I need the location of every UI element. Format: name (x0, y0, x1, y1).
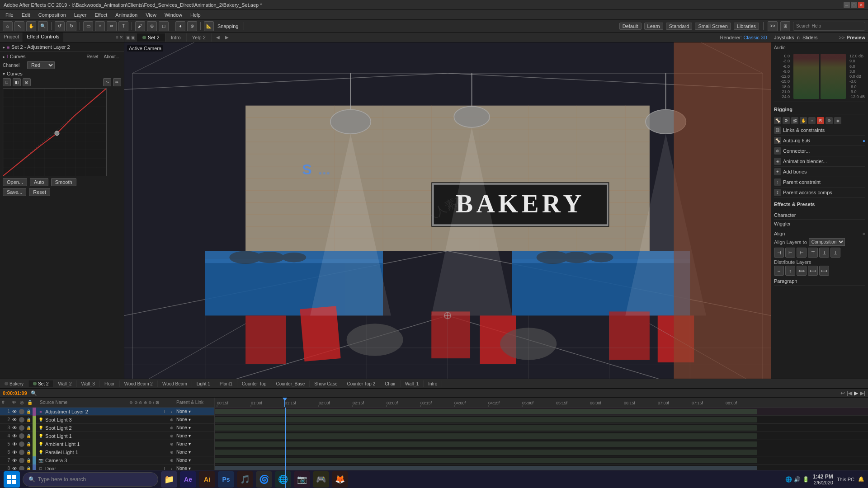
channel-select[interactable]: Red Green Blue Alpha RGB (27, 61, 55, 69)
toolbar-brush-btn[interactable]: 🖌 (135, 21, 145, 31)
tl-layer-2[interactable]: 2 👁 🔒 💡 Spot Light 3 ⊕ None ▾ (0, 416, 214, 424)
open-btn[interactable]: Open... (3, 178, 27, 186)
nav-fwd-btn[interactable]: ▶ (223, 34, 231, 41)
nav-back-btn[interactable]: ◀ (214, 34, 222, 41)
tl-parent-val-7[interactable]: None ▾ (176, 458, 191, 463)
tl-loop[interactable]: ↩ (840, 390, 845, 396)
tl-solo-7[interactable] (19, 458, 24, 463)
align-to-select[interactable]: Composition Selection (809, 238, 845, 246)
rig-icon-1[interactable]: 🦴 (774, 117, 781, 124)
tl-lock-1[interactable]: 🔒 (26, 409, 31, 414)
toolbar-puppet-btn[interactable]: ♦ (175, 21, 185, 31)
tl-parent-val-1[interactable]: None ▾ (176, 409, 191, 414)
tl-layer-7[interactable]: 7 👁 🔒 📷 Camera 3 ⊕ None ▾ (0, 456, 214, 465)
reset-btn[interactable]: Reset (29, 188, 50, 196)
taskbar-media[interactable]: 📷 (294, 471, 310, 488)
right-panel-preview-tab[interactable]: Preview (846, 35, 865, 40)
layer-expand[interactable]: ▸ (3, 45, 5, 50)
left-panel-menu[interactable]: ≡ (116, 35, 118, 40)
tl-solo-4[interactable] (19, 433, 24, 439)
rig-icon-5[interactable]: ↔ (808, 117, 816, 124)
taskbar-search-box[interactable]: 🔍 Type here to search (23, 472, 158, 487)
tl-sw-7a[interactable]: ⊕ (169, 457, 175, 464)
tl-solo-1[interactable] (19, 409, 24, 414)
btab-countertop2[interactable]: Counter Top 2 (342, 380, 380, 387)
toolbar-zoom-btn[interactable]: 🔍 (38, 21, 48, 31)
btab-chair[interactable]: Chair (380, 380, 401, 387)
tl-eye-1[interactable]: 👁 (11, 408, 18, 415)
tl-time-display[interactable]: 0:00:01:09 (3, 390, 27, 396)
toolbar-ellipse-btn[interactable]: ○ (95, 21, 105, 31)
tl-play-btn[interactable]: ▶ (854, 390, 858, 396)
tl-layer-4[interactable]: 4 👁 🔒 💡 Spot Light 1 ⊕ None ▾ (0, 432, 214, 440)
btab-wall1[interactable]: Wall_1 (401, 380, 424, 387)
taskbar-file-explorer[interactable]: 📁 (161, 471, 177, 488)
align-center-v[interactable]: ⊥ (819, 248, 829, 258)
rig-icon-6[interactable]: R (817, 117, 824, 124)
save-btn[interactable]: Save... (3, 188, 26, 196)
tl-next-frame[interactable]: ▶| (860, 390, 865, 396)
tl-lock-3[interactable]: 🔒 (26, 425, 31, 431)
wiggler-row[interactable]: Wiggler (774, 220, 865, 228)
rig-icon-2[interactable]: ⚙ (783, 117, 790, 124)
tl-sw-3a[interactable]: ⊕ (169, 425, 175, 431)
tl-lock-7[interactable]: 🔒 (26, 458, 31, 463)
menu-window[interactable]: Window (161, 11, 186, 19)
btab-floor[interactable]: Floor (100, 380, 120, 387)
toolbar-roto-btn[interactable]: ⊗ (187, 21, 197, 31)
menu-view[interactable]: View (142, 11, 160, 19)
small-screen-btn[interactable]: Small Screen (695, 23, 731, 30)
menu-edit[interactable]: Edit (18, 11, 34, 19)
toolbar-undo-btn[interactable]: ↺ (55, 21, 65, 31)
auto-btn[interactable]: Auto (30, 178, 48, 186)
taskbar-network[interactable]: 🌐 (785, 476, 792, 483)
curves-about-btn[interactable]: About... (102, 54, 121, 59)
tl-parent-val-2[interactable]: None ▾ (176, 417, 191, 422)
tl-eye-6[interactable]: 👁 (11, 449, 18, 455)
tl-lock-2[interactable]: 🔒 (26, 417, 31, 422)
tl-sw-5a[interactable]: ⊕ (169, 441, 175, 447)
connector-row[interactable]: ⊕ Connector... (774, 146, 865, 156)
tl-eye-5[interactable]: 👁 (11, 441, 18, 447)
align-right[interactable]: ⊢ (797, 248, 807, 258)
btab-plant1[interactable]: Plant1 (215, 380, 237, 387)
curves-graph[interactable] (3, 88, 107, 176)
curve-icon-1[interactable]: □ (3, 78, 11, 86)
curves-sub-expand[interactable]: ▾ (3, 71, 5, 76)
learn-btn[interactable]: Learn (644, 23, 663, 30)
toolbar-redo-btn[interactable]: ↻ (66, 21, 76, 31)
toolbar-hand-btn[interactable]: ✋ (26, 21, 36, 31)
tl-sw-slash-1[interactable]: / (169, 408, 175, 415)
btab-light1[interactable]: Light 1 (192, 380, 215, 387)
toolbar-snap-btn[interactable]: 📐 (204, 21, 214, 31)
menu-help[interactable]: Help (187, 11, 204, 19)
curve-icon-2[interactable]: ◧ (13, 78, 21, 86)
taskbar-time[interactable]: 1:42 PM 2/6/2020 (813, 474, 833, 485)
rig-icon-8[interactable]: ◈ (834, 117, 841, 124)
btab-intro[interactable]: Intro (424, 380, 442, 387)
toolbar-rect-btn[interactable]: ▭ (83, 21, 93, 31)
tl-sw-fx-1[interactable]: f (161, 408, 168, 415)
taskbar-ai[interactable]: Ai (199, 471, 215, 488)
menu-file[interactable]: File (2, 11, 17, 19)
tl-layer-6[interactable]: 6 👁 🔒 💡 Parallel Light 1 ⊕ None ▾ (0, 448, 214, 456)
parent-constraint-row[interactable]: ↕ Parent constraint (774, 177, 865, 188)
parent-across-row[interactable]: ⇕ Parent accross comps (774, 188, 865, 198)
minimize-button[interactable]: ─ (844, 2, 850, 8)
close-button[interactable]: ✕ (858, 2, 864, 8)
curves-reset-btn[interactable]: Reset (85, 54, 100, 59)
taskbar-ae[interactable]: Ae (180, 471, 196, 488)
btab-showcase[interactable]: Show Case (310, 380, 342, 387)
tl-search-btn[interactable]: 🔍 (29, 389, 39, 397)
btab-counterbase[interactable]: Counter_Base (271, 380, 310, 387)
align-center-h[interactable]: ⊢ (785, 248, 795, 258)
taskbar-extra2[interactable]: 🦊 (332, 471, 348, 488)
curve-icon-pen[interactable]: ✏ (113, 78, 121, 86)
btab-wall2[interactable]: Wall_2 (53, 380, 76, 387)
align-top[interactable]: ⊤ (808, 248, 818, 258)
curves-expand[interactable]: ▸ (3, 54, 5, 59)
menu-animation[interactable]: Animation (112, 11, 141, 19)
start-button[interactable] (4, 471, 20, 488)
tl-parent-val-5[interactable]: None ▾ (176, 441, 191, 446)
toolbar-pen-btn[interactable]: ✏ (107, 21, 117, 31)
